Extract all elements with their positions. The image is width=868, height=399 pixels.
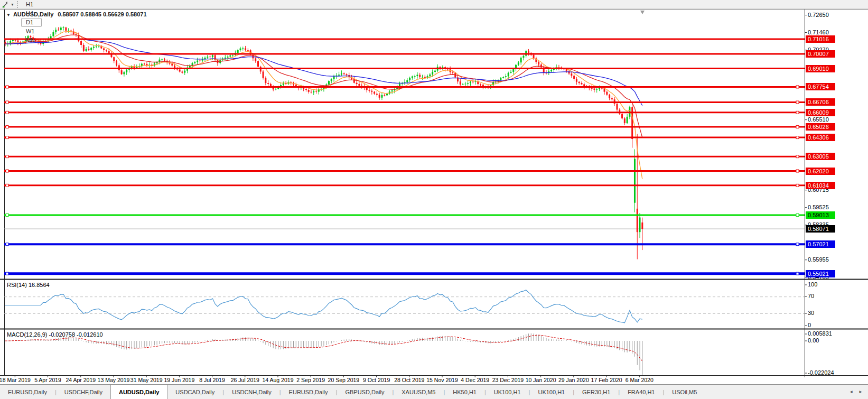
price-level-badge: 0.66009	[806, 109, 835, 116]
chart-tab-gbpusd-daily[interactable]: GBPUSD,Daily	[337, 385, 392, 399]
level-handle[interactable]	[6, 214, 8, 216]
chart-tab-usdcnh-daily[interactable]: USDCNH,Daily	[224, 385, 279, 399]
macd-histogram	[5, 333, 642, 375]
rsi-axis-label: 70	[808, 293, 814, 300]
level-handle[interactable]	[796, 111, 799, 114]
level-handle[interactable]	[796, 155, 799, 158]
chart-tab-usdchf-daily[interactable]: USDCHF,Daily	[57, 385, 110, 399]
level-handle[interactable]	[796, 170, 799, 172]
date-axis-label: 4 Dec 2019	[461, 377, 489, 383]
rsi-axis-label: 100	[808, 281, 817, 288]
date-axis-label: 28 Oct 2019	[394, 377, 424, 383]
chart-tab-eurusd-daily[interactable]: EURUSD,Daily	[281, 385, 336, 399]
date-axis-label: 13 May 2019	[98, 377, 130, 383]
chart-tab-bar: EURUSD,Daily|USDCHF,DailyAUDUSD,DailyUSD…	[0, 384, 868, 399]
mt4-window: ▼ M1M5M15M30H1H4D1W1MN ▼AUDUSD,Daily0.58…	[0, 0, 868, 399]
timeframe-button-d1[interactable]: D1	[21, 18, 42, 27]
level-handle[interactable]	[6, 86, 8, 88]
level-handle[interactable]	[6, 184, 8, 187]
level-handle[interactable]	[6, 155, 8, 158]
rsi-axis-label: 30	[808, 310, 814, 317]
chart-ohlc-values: 0.58507 0.58845 0.56629 0.58071	[58, 11, 146, 17]
level-handle[interactable]	[6, 243, 8, 246]
level-handle[interactable]	[6, 111, 8, 114]
macd-indicator-label: MACD(12,26,9) -0.020758 -0.012610	[7, 331, 103, 338]
date-axis-label: 29 Jan 2020	[558, 377, 589, 383]
date-axis-label: 24 Apr 2019	[66, 377, 96, 383]
chart-tab-xauusd-m5[interactable]: XAUUSD,M5	[394, 385, 443, 399]
dropdown-caret-icon[interactable]: ▼	[11, 3, 14, 6]
rsi-indicator-label: RSI(14) 16.8564	[7, 282, 50, 288]
price-level-badge: 0.64306	[806, 134, 835, 141]
price-level-badge: 0.65026	[806, 123, 835, 131]
toolbar-grip	[17, 1, 18, 8]
chart-canvas[interactable]	[0, 0, 868, 399]
level-handle[interactable]	[796, 272, 799, 275]
timeframe-button-w1[interactable]: W1	[21, 27, 42, 36]
ma-slow-line	[5, 39, 642, 105]
chart-tab-eurusd-daily[interactable]: EURUSD,Daily	[0, 385, 55, 399]
chart-tabs: EURUSD,Daily|USDCHF,DailyAUDUSD,DailyUSD…	[0, 385, 705, 399]
price-level-badge: 0.66706	[806, 98, 835, 106]
price-level-badge: 0.57021	[806, 240, 835, 248]
chart-tab-audusd-daily[interactable]: AUDUSD,Daily	[110, 385, 167, 399]
level-handle[interactable]	[796, 86, 799, 88]
timeframe-button-h1[interactable]: H1	[21, 0, 42, 9]
price-level-badge: 0.61034	[806, 182, 835, 189]
rsi-line	[5, 290, 642, 323]
level-handle[interactable]	[6, 136, 8, 139]
level-handle[interactable]	[796, 214, 799, 216]
timeframe-button-h4[interactable]: H4	[21, 9, 42, 18]
level-handle[interactable]	[6, 170, 8, 172]
tabs-scroll-right-icon[interactable]: ►	[858, 389, 863, 394]
price-level-badge: 0.71016	[806, 35, 835, 43]
tabs-scroll-left-icon[interactable]: ◄	[849, 389, 853, 394]
date-axis-label: 20 Sep 2019	[328, 377, 360, 383]
macd-axis-label: -0.022024	[808, 369, 834, 376]
level-handle[interactable]	[796, 136, 799, 139]
level-handle[interactable]	[6, 101, 8, 104]
chart-tab-fra40-h1[interactable]: FRA40,H1	[620, 385, 662, 399]
date-axis-label: 26 Jul 2019	[231, 377, 259, 383]
level-handle[interactable]	[796, 243, 799, 246]
price-axis-label: 0.55955	[808, 256, 829, 263]
macd-axis-label: 0.005831	[808, 330, 832, 337]
timeframe-toolbar: M1M5M15M30H1H4D1W1MN	[21, 0, 42, 45]
price-level-badge: 0.69010	[806, 65, 835, 72]
level-handle[interactable]	[796, 184, 799, 187]
date-axis-label: 15 Nov 2019	[426, 377, 458, 383]
chart-tab-usoil-m5[interactable]: USOil,M5	[664, 385, 705, 399]
current-price-badge: 0.58071	[806, 225, 835, 233]
date-axis-label: 31 May 2019	[130, 377, 163, 383]
price-level-badge: 0.63005	[806, 153, 835, 160]
level-handle[interactable]	[6, 126, 8, 128]
chart-tab-uk100-h1[interactable]: UK100,H1	[486, 385, 529, 399]
level-handle[interactable]	[796, 101, 799, 104]
chart-tab-ger30-h1[interactable]: GER30,H1	[574, 385, 618, 399]
date-axis-label: 8 Jul 2019	[199, 377, 225, 383]
chart-tab-hk50-h1[interactable]: HK50,H1	[445, 385, 484, 399]
price-level-badge: 0.62020	[806, 168, 835, 175]
timeframe-button-mn[interactable]: MN	[21, 36, 42, 45]
rsi-axis-label: 0	[808, 322, 811, 329]
price-level-badge: 0.59013	[806, 211, 835, 219]
tab-navigation: ◄ ►	[849, 385, 868, 399]
price-axis-label: 0.65510	[808, 116, 829, 123]
date-axis-label: 2 Sep 2019	[296, 377, 325, 383]
level-handle[interactable]	[6, 272, 8, 275]
macd-signal-line	[5, 335, 642, 361]
price-axis-label: 0.71460	[808, 29, 829, 36]
price-level-badge: 0.70007	[806, 50, 835, 58]
macd-axis-label: 0.00	[808, 337, 819, 344]
price-axis-label: 0.59525	[808, 204, 829, 211]
level-handle[interactable]	[796, 126, 799, 128]
date-axis-label: 18 Mar 2019	[0, 377, 31, 383]
date-axis-label: 9 Oct 2019	[363, 377, 390, 383]
date-axis-label: 5 Apr 2019	[34, 377, 61, 383]
date-axis-label: 17 Feb 2020	[591, 377, 622, 383]
date-axis-label: 10 Jan 2020	[526, 377, 556, 383]
chart-tab-usdcad-daily[interactable]: USDCAD,Daily	[167, 385, 222, 399]
collapse-arrow-icon[interactable]: ▼	[6, 13, 11, 17]
drawing-tool-icon[interactable]	[1, 1, 11, 8]
chart-tab-uk100-h1[interactable]: UK100,H1	[530, 385, 573, 399]
